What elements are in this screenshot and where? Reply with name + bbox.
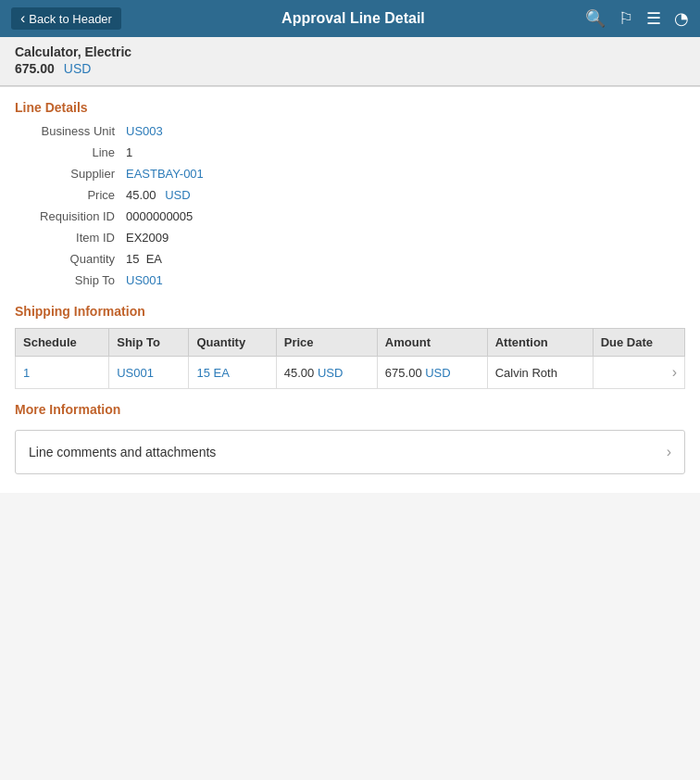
back-label: Back to Header (29, 12, 112, 26)
row-quantity: 15 EA (189, 357, 276, 389)
value-quantity: 15 EA (126, 252, 162, 266)
line-comments-attachments-label: Line comments and attachments (29, 445, 216, 459)
row-attention: Calvin Roth (487, 357, 593, 389)
row-ship-to[interactable]: US001 (109, 357, 189, 389)
flag-icon[interactable]: ⚐ (619, 8, 633, 29)
more-info-chevron-icon: › (667, 444, 671, 460)
product-currency: USD (64, 61, 92, 76)
row-schedule[interactable]: 1 (16, 357, 109, 389)
detail-row-supplier: Supplier EASTBAY-001 (15, 163, 685, 184)
col-amount: Amount (377, 329, 487, 357)
compass-icon[interactable]: ◔ (674, 8, 689, 29)
label-requisition-id: Requisition ID (15, 209, 126, 223)
price-currency: USD (165, 188, 190, 202)
page-title: Approval Line Detail (121, 10, 585, 27)
row-chevron-icon: › (672, 364, 677, 381)
row-amount: 675.00 USD (377, 357, 487, 389)
value-business-unit[interactable]: US003 (126, 124, 163, 138)
col-quantity: Quantity (189, 329, 276, 357)
detail-row-line: Line 1 (15, 142, 685, 163)
col-attention: Attention (487, 329, 593, 357)
label-supplier: Supplier (15, 167, 126, 181)
product-bar: Calculator, Electric 675.00 USD (0, 37, 700, 86)
menu-icon[interactable]: ☰ (646, 8, 661, 29)
label-line: Line (15, 145, 126, 159)
search-icon[interactable]: 🔍 (585, 8, 606, 29)
more-info-section-title: More Information (15, 389, 685, 422)
product-price-row: 675.00 USD (15, 61, 685, 76)
detail-row-price: Price 45.00 USD (15, 184, 685, 206)
detail-row-requisition-id: Requisition ID 0000000005 (15, 206, 685, 227)
value-item-id: EX2009 (126, 231, 169, 245)
product-price: 675.00 (15, 61, 55, 76)
value-supplier[interactable]: EASTBAY-001 (126, 167, 204, 181)
col-price: Price (276, 329, 377, 357)
top-icons: 🔍 ⚐ ☰ ◔ (585, 8, 689, 29)
detail-row-business-unit: Business Unit US003 (15, 120, 685, 142)
col-ship-to: Ship To (109, 329, 189, 357)
row-price-currency: USD (318, 366, 343, 380)
row-amount-currency: USD (425, 366, 450, 380)
detail-row-item-id: Item ID EX2009 (15, 227, 685, 248)
label-item-id: Item ID (15, 231, 126, 245)
product-name: Calculator, Electric (15, 44, 685, 59)
row-price: 45.00 USD (276, 357, 377, 389)
line-comments-attachments-item[interactable]: Line comments and attachments › (15, 430, 685, 474)
row-due-date[interactable]: › (593, 357, 684, 389)
line-details-section-title: Line Details (15, 87, 685, 120)
shipping-table: Schedule Ship To Quantity Price Amount A… (15, 328, 685, 389)
label-business-unit: Business Unit (15, 124, 126, 138)
label-quantity: Quantity (15, 252, 126, 266)
col-due-date: Due Date (593, 329, 684, 357)
value-price: 45.00 USD (126, 188, 191, 202)
value-ship-to[interactable]: US001 (126, 273, 163, 287)
value-line: 1 (126, 145, 132, 159)
detail-row-quantity: Quantity 15 EA (15, 248, 685, 270)
value-requisition-id: 0000000005 (126, 209, 193, 223)
main-content: Line Details Business Unit US003 Line 1 … (0, 87, 700, 493)
back-arrow-icon: ‹ (20, 11, 25, 26)
col-schedule: Schedule (16, 329, 109, 357)
back-to-header-button[interactable]: ‹ Back to Header (11, 7, 121, 30)
shipping-info-section-title: Shipping Information (15, 291, 685, 324)
label-ship-to: Ship To (15, 273, 126, 287)
table-row: 1 US001 15 EA 45.00 USD 675.00 USD Calvi… (16, 357, 685, 389)
detail-row-ship-to: Ship To US001 (15, 270, 685, 291)
label-price: Price (15, 188, 126, 202)
top-bar: ‹ Back to Header Approval Line Detail 🔍 … (0, 0, 700, 37)
